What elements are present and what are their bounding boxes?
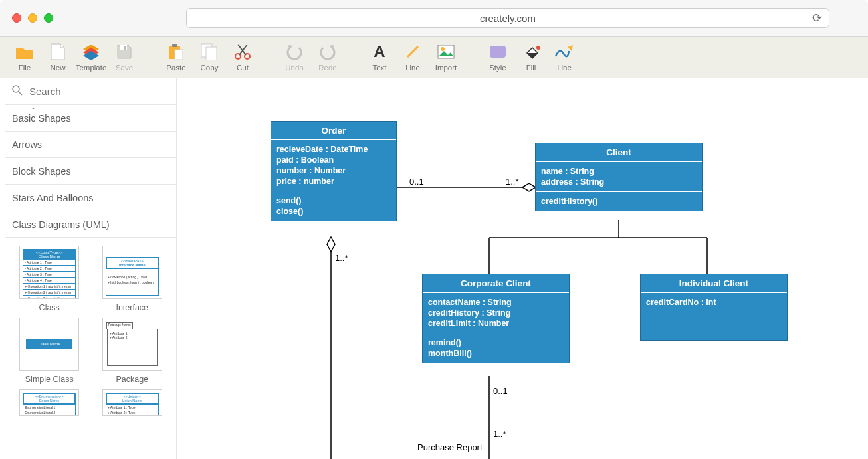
svg-text:1..*: 1..* xyxy=(493,429,506,439)
uml-ops xyxy=(641,312,787,340)
uml-order[interactable]: Order recieveDate : DateTime paid : Bool… xyxy=(271,121,397,221)
shape-category-block[interactable]: Block Shapes xyxy=(5,158,176,185)
zoom-window-button[interactable] xyxy=(44,13,53,23)
template-button[interactable]: Template xyxy=(74,37,108,77)
reload-icon[interactable]: ⟳ xyxy=(812,11,822,25)
svg-point-14 xyxy=(13,86,19,92)
text-button[interactable]: A Text xyxy=(363,37,396,77)
template-icon xyxy=(81,43,101,61)
shape-category-uml[interactable]: Class Diagrams (UML) xyxy=(5,211,176,238)
svg-text:Purchase Report: Purchase Report xyxy=(417,442,483,452)
uml-title: Corporate Client xyxy=(423,274,569,293)
minimize-window-button[interactable] xyxy=(28,13,37,23)
svg-point-13 xyxy=(536,46,540,50)
shape-union[interactable]: <<Union>>Union Name + Attribute 1 : Type… xyxy=(94,389,171,416)
save-button[interactable]: Save xyxy=(108,37,141,77)
svg-point-11 xyxy=(441,47,445,51)
shape-enum[interactable]: <<Enumeration>>Enum Name EnumerationLite… xyxy=(11,389,88,416)
shape-simple-class[interactable]: Class Name Simple Class xyxy=(11,318,88,384)
new-file-icon xyxy=(48,43,68,61)
svg-rect-12 xyxy=(490,46,506,58)
paste-button[interactable]: Paste xyxy=(160,37,193,77)
canvas[interactable]: 0..1 1..* 1..* 0..1 1..* Purchase Report… xyxy=(177,78,868,459)
url-bar[interactable]: creately.com ⟳ xyxy=(186,8,829,28)
cut-button[interactable]: Cut xyxy=(226,37,259,77)
svg-text:0..1: 0..1 xyxy=(409,177,424,187)
redo-icon xyxy=(318,43,338,61)
shape-package[interactable]: Package Name + Attribute 1 + Attribute 2… xyxy=(94,318,171,384)
uml-title: Individual Client xyxy=(641,274,787,293)
fill-button[interactable]: Fill xyxy=(514,37,548,77)
line-style-icon xyxy=(554,43,574,61)
copy-button[interactable]: Copy xyxy=(193,37,226,77)
svg-rect-3 xyxy=(172,44,177,47)
svg-text:1..*: 1..* xyxy=(335,253,348,263)
text-icon: A xyxy=(370,43,389,61)
shape-category-arrows[interactable]: Arrows xyxy=(5,132,176,158)
copy-icon xyxy=(199,43,219,61)
save-icon xyxy=(114,43,134,61)
search-input[interactable] xyxy=(29,86,169,97)
uml-client[interactable]: Client name : String address : String cr… xyxy=(535,143,703,211)
uml-ops: send() close() xyxy=(271,191,396,221)
cut-icon xyxy=(233,43,253,61)
close-window-button[interactable] xyxy=(12,13,21,23)
shape-grid: <<classType>>Class Name - Attribute 1 : … xyxy=(5,238,176,424)
uml-individual-client[interactable]: Individual Client creditCardNo : int xyxy=(640,274,788,341)
shape-category-basic[interactable]: Basic Shapes xyxy=(5,105,176,132)
redo-button[interactable]: Redo xyxy=(311,37,344,77)
uml-attrs: recieveDate : DateTime paid : Boolean nu… xyxy=(271,140,396,191)
uml-ops: remind() monthBill() xyxy=(423,333,569,363)
line-style-button[interactable]: Line xyxy=(548,37,581,77)
collapse-arrow-icon xyxy=(30,108,38,109)
paste-icon xyxy=(166,43,186,61)
undo-button[interactable]: Undo xyxy=(278,37,311,77)
line-insert-button[interactable]: Line xyxy=(396,37,429,77)
uml-attrs: creditCardNo : int xyxy=(641,293,787,312)
shape-interface[interactable]: <<interface>>Interface Name + doMethod (… xyxy=(94,246,171,312)
uml-attrs: contactName : String creditHistory : Str… xyxy=(423,293,569,333)
uml-corporate-client[interactable]: Corporate Client contactName : String cr… xyxy=(422,274,570,363)
shape-class[interactable]: <<classType>>Class Name - Attribute 1 : … xyxy=(11,246,88,312)
browser-chrome: creately.com ⟳ xyxy=(0,0,868,37)
svg-text:1..*: 1..* xyxy=(506,177,519,187)
shape-category-stars[interactable]: Stars And Balloons xyxy=(5,185,176,211)
left-panel: Basic Shapes Arrows Block Shapes Stars A… xyxy=(5,78,177,459)
traffic-lights xyxy=(12,13,53,23)
file-button[interactable]: File xyxy=(8,37,41,77)
import-icon xyxy=(436,43,456,61)
line-icon xyxy=(403,43,423,61)
folder-icon xyxy=(15,43,35,61)
svg-text:0..1: 0..1 xyxy=(493,386,508,396)
uml-title: Order xyxy=(271,122,396,140)
undo-icon xyxy=(284,43,304,61)
search-row xyxy=(5,78,176,105)
new-button[interactable]: New xyxy=(41,37,74,77)
fill-icon xyxy=(521,43,541,61)
svg-rect-6 xyxy=(206,47,217,60)
search-icon xyxy=(12,85,23,98)
svg-line-15 xyxy=(19,92,22,95)
svg-line-9 xyxy=(407,46,418,57)
style-icon xyxy=(488,43,508,61)
uml-ops: creditHistory() xyxy=(536,192,702,211)
svg-rect-1 xyxy=(124,46,126,50)
uml-title: Client xyxy=(536,143,702,162)
toolbar: File New Template Save Paste Copy Cut xyxy=(0,37,868,78)
style-button[interactable]: Style xyxy=(481,37,514,77)
uml-attrs: name : String address : String xyxy=(536,162,702,192)
url-text: creately.com xyxy=(480,13,536,24)
svg-rect-4 xyxy=(175,50,183,60)
import-button[interactable]: Import xyxy=(429,37,463,77)
